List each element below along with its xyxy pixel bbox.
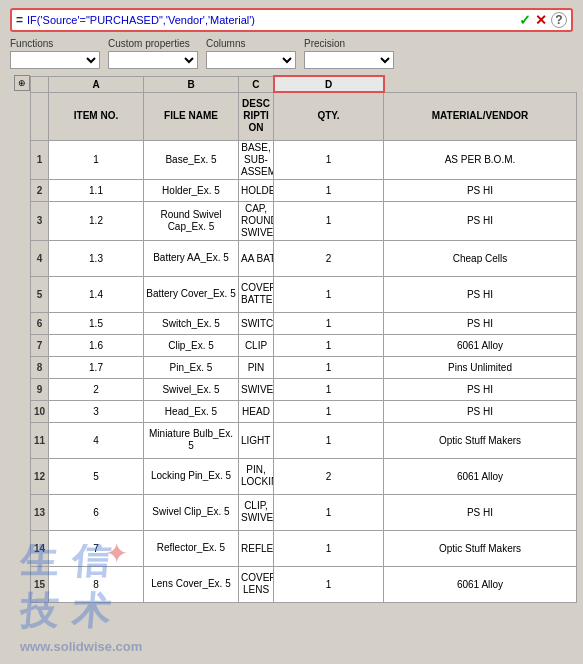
cell-qty: 1 xyxy=(274,566,384,602)
cell-itemno: 8 xyxy=(49,566,144,602)
row-linenum: 3 xyxy=(31,201,49,240)
cell-material: Optic Stuff Makers xyxy=(384,530,577,566)
precision-group: Precision xyxy=(304,38,394,69)
cell-filename: Miniature Bulb_Ex. 5 xyxy=(144,422,239,458)
cell-qty: 1 xyxy=(274,334,384,356)
row-linenum: 8 xyxy=(31,356,49,378)
cell-qty: 1 xyxy=(274,356,384,378)
field-header-material: MATERIAL/VENDOR xyxy=(384,92,577,140)
col-header-a: A xyxy=(49,76,144,92)
custom-props-select[interactable] xyxy=(108,51,198,69)
cell-qty: 1 xyxy=(274,400,384,422)
toolbar-row: Functions Custom properties Columns Prec… xyxy=(10,38,573,69)
cell-filename: Battery AA_Ex. 5 xyxy=(144,240,239,276)
cell-itemno: 1 xyxy=(49,140,144,179)
cell-material: PS HI xyxy=(384,400,577,422)
table-row: 8 1.7 Pin_Ex. 5 PIN 1 Pins Unlimited xyxy=(31,356,577,378)
cell-desc: CLIP, SWIVEL xyxy=(239,494,274,530)
columns-select[interactable] xyxy=(206,51,296,69)
cell-itemno: 3 xyxy=(49,400,144,422)
formula-help-button[interactable]: ? xyxy=(551,12,567,28)
cell-itemno: 1.5 xyxy=(49,312,144,334)
sheet-table: A B C D ITEM NO. FILE NAME DESCRIPTION Q… xyxy=(30,75,577,603)
row-linenum: 4 xyxy=(31,240,49,276)
cell-qty: 2 xyxy=(274,240,384,276)
cell-itemno: 1.1 xyxy=(49,179,144,201)
formula-check-button[interactable]: ✓ xyxy=(519,12,531,28)
cell-filename: Locking Pin_Ex. 5 xyxy=(144,458,239,494)
functions-select[interactable] xyxy=(10,51,100,69)
cell-qty: 1 xyxy=(274,494,384,530)
cell-desc: LIGHT BULB xyxy=(239,422,274,458)
cell-filename: Switch_Ex. 5 xyxy=(144,312,239,334)
precision-select[interactable] xyxy=(304,51,394,69)
cell-desc: COVER, BATTERY xyxy=(239,276,274,312)
cell-itemno: 1.3 xyxy=(49,240,144,276)
cell-material: PS HI xyxy=(384,179,577,201)
cell-qty: 1 xyxy=(274,530,384,566)
watermark-url: www.solidwise.com xyxy=(20,639,320,654)
cell-material: 6061 Alloy xyxy=(384,334,577,356)
cell-itemno: 2 xyxy=(49,378,144,400)
table-row: 1 1 Base_Ex. 5 BASE, SUB-ASSEMBLY 1 AS P… xyxy=(31,140,577,179)
cell-desc: HOLDER xyxy=(239,179,274,201)
cell-material: 6061 Alloy xyxy=(384,566,577,602)
cell-material: PS HI xyxy=(384,312,577,334)
formula-area: = ✓ ✕ ? Functions Custom properties Colu… xyxy=(0,0,583,75)
cell-qty: 1 xyxy=(274,276,384,312)
cell-itemno: 4 xyxy=(49,422,144,458)
cell-qty: 1 xyxy=(274,179,384,201)
cell-desc: REFLECTOR xyxy=(239,530,274,566)
cell-desc: CLIP xyxy=(239,334,274,356)
field-header-qty: QTY. xyxy=(274,92,384,140)
cell-filename: Holder_Ex. 5 xyxy=(144,179,239,201)
cell-desc: HEAD xyxy=(239,400,274,422)
cell-qty: 1 xyxy=(274,378,384,400)
cell-filename: Swivel_Ex. 5 xyxy=(144,378,239,400)
cell-qty: 1 xyxy=(274,201,384,240)
table-row: 2 1.1 Holder_Ex. 5 HOLDER 1 PS HI xyxy=(31,179,577,201)
custom-props-label: Custom properties xyxy=(108,38,198,49)
row-linenum: 5 xyxy=(31,276,49,312)
field-header-desc: DESCRIPTION xyxy=(239,92,274,140)
formula-cancel-button[interactable]: ✕ xyxy=(535,12,547,28)
row-linenum: 15 xyxy=(31,566,49,602)
cell-material: PS HI xyxy=(384,276,577,312)
row-linenum: 6 xyxy=(31,312,49,334)
cell-material: Cheap Cells xyxy=(384,240,577,276)
cell-material: AS PER B.O.M. xyxy=(384,140,577,179)
table-row: 6 1.5 Switch_Ex. 5 SWITCH 1 PS HI xyxy=(31,312,577,334)
cell-desc: SWIVEL xyxy=(239,378,274,400)
cell-desc: SWITCH xyxy=(239,312,274,334)
spreadsheet-container: ⊕ A B C D ITEM NO. FILE NAME DESCRIPTION… xyxy=(14,75,577,603)
table-row: 12 5 Locking Pin_Ex. 5 PIN, LOCKING 2 60… xyxy=(31,458,577,494)
formula-equals: = xyxy=(16,13,23,27)
columns-group: Columns xyxy=(206,38,296,69)
precision-label: Precision xyxy=(304,38,394,49)
cell-desc: AA BATTERY xyxy=(239,240,274,276)
row-linenum: 1 xyxy=(31,140,49,179)
table-row: 15 8 Lens Cover_Ex. 5 COVER, LENS 1 6061… xyxy=(31,566,577,602)
functions-label: Functions xyxy=(10,38,100,49)
cell-material: 6061 Alloy xyxy=(384,458,577,494)
cell-filename: Battery Cover_Ex. 5 xyxy=(144,276,239,312)
formula-input[interactable] xyxy=(27,14,515,26)
row-linenum: 14 xyxy=(31,530,49,566)
cell-itemno: 6 xyxy=(49,494,144,530)
cell-desc: PIN xyxy=(239,356,274,378)
cell-itemno: 1.2 xyxy=(49,201,144,240)
row-linenum: 12 xyxy=(31,458,49,494)
cell-filename: Reflector_Ex. 5 xyxy=(144,530,239,566)
cell-material: Optic Stuff Makers xyxy=(384,422,577,458)
cell-filename: Base_Ex. 5 xyxy=(144,140,239,179)
cell-qty: 1 xyxy=(274,140,384,179)
table-row: 9 2 Swivel_Ex. 5 SWIVEL 1 PS HI xyxy=(31,378,577,400)
cell-filename: Swivel Clip_Ex. 5 xyxy=(144,494,239,530)
row-linenum: 7 xyxy=(31,334,49,356)
row-linenum: 2 xyxy=(31,179,49,201)
cell-desc: CAP, ROUND SWIVEL xyxy=(239,201,274,240)
move-icon[interactable]: ⊕ xyxy=(14,75,30,91)
cell-itemno: 1.4 xyxy=(49,276,144,312)
cell-desc: PIN, LOCKING xyxy=(239,458,274,494)
table-row: 10 3 Head_Ex. 5 HEAD 1 PS HI xyxy=(31,400,577,422)
